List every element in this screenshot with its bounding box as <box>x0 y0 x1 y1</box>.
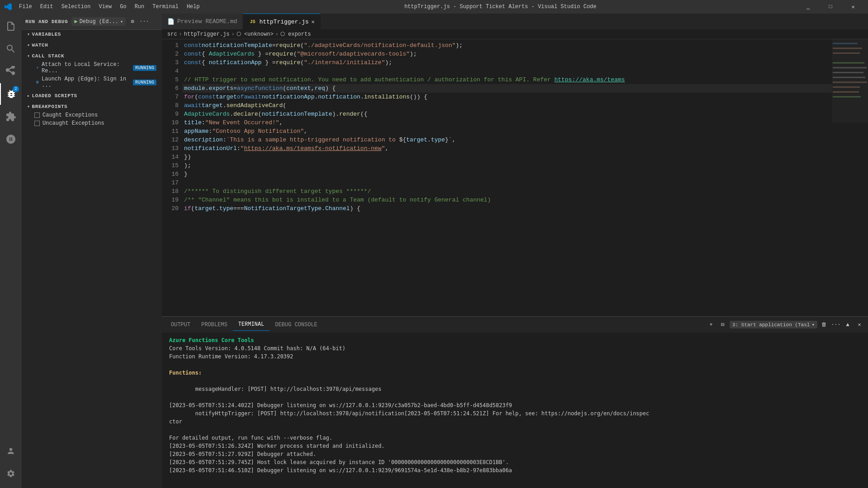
panel-tabs: OUTPUT PROBLEMS TERMINAL DEBUG CONSOLE +… <box>162 317 868 333</box>
running-badge-0: RUNNING <box>133 65 156 71</box>
menu-selection[interactable]: Selection <box>58 3 94 11</box>
bc-exports[interactable]: ⬡ exports <box>280 31 311 38</box>
breakpoints-header[interactable]: ▾ BREAKPOINTS <box>22 102 162 111</box>
code-line-5: // HTTP trigger to send notification. Yo… <box>182 75 832 84</box>
terminal-line-7: For detailed output, run func with --ver… <box>169 434 861 442</box>
breakpoints-section: ▾ BREAKPOINTS Caught Exceptions Uncaught… <box>22 102 162 488</box>
terminal-line-2: Function Runtime Version: 4.17.3.20392 <box>169 352 861 361</box>
breakpoint-caught[interactable]: Caught Exceptions <box>22 111 162 119</box>
code-content[interactable]: const notificationTemplate = require("./… <box>182 39 832 316</box>
settings-icon[interactable] <box>0 463 22 484</box>
debug-more-button[interactable]: ··· <box>139 17 149 27</box>
breakpoint-uncaught[interactable]: Uncaught Exceptions <box>22 119 162 127</box>
variables-header[interactable]: ▾ VARIABLES <box>22 30 162 39</box>
line-numbers: 12345 678910 1112131415 1617181920 <box>162 39 182 316</box>
menu-run[interactable]: Run <box>131 3 148 11</box>
tab-problems[interactable]: PROBLEMS <box>196 319 233 331</box>
call-stack-item-label-1: Launch App (Edge): Sign in ... <box>42 76 130 89</box>
trash-terminal-button[interactable]: 🗑 <box>819 320 829 330</box>
play-icon: ▶ <box>74 18 77 25</box>
tab-close-button[interactable]: ✕ <box>311 19 315 25</box>
terminal-line-5: [2023-05-05T07:51:24.402Z] Debugger list… <box>169 401 861 409</box>
maximize-button[interactable]: □ <box>820 0 841 14</box>
minimize-button[interactable]: ⎯ <box>797 0 818 14</box>
explorer-icon[interactable] <box>0 15 22 37</box>
terminal-line-6b: ctor <box>169 418 861 426</box>
bc-httptrigger[interactable]: httpTrigger.js <box>184 31 230 38</box>
watch-section: ▾ WATCH <box>22 39 162 52</box>
variables-section: ▾ VARIABLES <box>22 30 162 39</box>
debug-settings-button[interactable]: ⚙ <box>127 17 137 27</box>
terminal-line-blank-2 <box>169 377 861 385</box>
terminal-selector-label: 3: Start application (Tasl <box>732 322 810 328</box>
terminal-line-6: notifyHttpTrigger: [POST] http://localho… <box>169 409 861 418</box>
menu-go[interactable]: Go <box>116 3 130 11</box>
loaded-scripts-header[interactable]: ▸ LOADED SCRIPTS <box>22 91 162 100</box>
menu-edit[interactable]: Edit <box>37 3 57 11</box>
activity-bar-bottom <box>0 440 22 488</box>
uncaught-checkbox[interactable] <box>34 121 40 126</box>
terminal-content[interactable]: Azure Functions Core Tools Core Tools Ve… <box>162 333 868 488</box>
call-stack-chevron: ▾ <box>27 53 30 59</box>
tab-output[interactable]: OUTPUT <box>165 319 196 331</box>
tab-httptrigger[interactable]: JS httpTrigger.js ✕ <box>243 14 321 29</box>
search-icon[interactable] <box>0 38 22 60</box>
code-editor[interactable]: 12345 678910 1112131415 1617181920 const… <box>162 39 868 316</box>
editor-area: 📄 Preview README.md JS httpTrigger.js ✕ … <box>162 14 868 488</box>
window-title: httpTrigger.js - Support Ticket Alerts -… <box>404 4 596 10</box>
code-line-11: appName: "Contoso App Notification", <box>182 127 832 136</box>
debug-toolbar: RUN AND DEBUG ▶ Debug (Ed... ▾ ⚙ ··· <box>22 14 162 30</box>
debug-config-selector[interactable]: ▶ Debug (Ed... ▾ <box>71 17 126 26</box>
teams-icon[interactable] <box>0 128 22 150</box>
maximize-panel-button[interactable]: ▲ <box>843 320 853 330</box>
terminal-line-9: [2023-05-05T07:51:27.929Z] Debugger atta… <box>169 450 861 458</box>
title-bar: File Edit Selection View Go Run Terminal… <box>0 0 868 14</box>
tab-debug-console[interactable]: DEBUG CONSOLE <box>269 319 323 331</box>
menu-terminal[interactable]: Terminal <box>149 3 182 11</box>
terminal-line-1: Core Tools Version: 4.0.5148 Commit hash… <box>169 344 861 352</box>
window-controls: ⎯ □ ✕ <box>797 0 863 14</box>
code-line-17 <box>182 178 832 187</box>
watch-label: WATCH <box>32 42 48 48</box>
call-stack-item-1[interactable]: ⚙ Launch App (Edge): Sign in ... RUNNING <box>22 75 162 89</box>
add-terminal-button[interactable]: + <box>706 320 716 330</box>
breakpoints-chevron: ▾ <box>27 104 30 109</box>
bc-unknown[interactable]: ⬡ <unknown> <box>236 31 274 38</box>
terminal-line-0: Azure Functions Core Tools <box>169 336 861 344</box>
vscode-logo <box>5 3 12 10</box>
menu-file[interactable]: File <box>15 3 36 11</box>
terminal-selector[interactable]: 3: Start application (Tasl ▾ <box>730 321 817 328</box>
terminal-line-10: [2023-05-05T07:51:29.745Z] Host lock lea… <box>169 458 861 466</box>
code-line-3: const { notificationApp } = require("./i… <box>182 58 832 67</box>
terminal-line-3: Functions: <box>169 369 861 377</box>
main-layout: 2 RUN AND DEBUG ▶ Debug (Ed... ▾ ⚙ <box>0 14 868 488</box>
watch-header[interactable]: ▾ WATCH <box>22 41 162 50</box>
bc-src[interactable]: src <box>167 31 177 38</box>
split-terminal-button[interactable]: ⊟ <box>718 320 728 330</box>
tab-js-icon: JS <box>249 19 257 25</box>
debug-icon[interactable]: 2 <box>0 83 22 105</box>
breakpoints-label: BREAKPOINTS <box>32 104 68 109</box>
terminal-line-blank-4 <box>169 426 861 434</box>
minimap-canvas <box>832 39 868 316</box>
more-terminal-button[interactable]: ··· <box>831 320 841 330</box>
call-stack-header[interactable]: ▾ CALL STACK <box>22 52 162 61</box>
call-stack-item-icon-1: ⚙ <box>36 80 39 85</box>
menu-view[interactable]: View <box>95 3 115 11</box>
source-control-icon[interactable] <box>0 61 22 82</box>
terminal-line-8: [2023-05-05T07:51:26.324Z] Worker proces… <box>169 442 861 450</box>
account-icon[interactable] <box>0 440 22 462</box>
close-button[interactable]: ✕ <box>843 0 863 14</box>
tab-readme[interactable]: 📄 Preview README.md <box>162 14 243 29</box>
code-line-19: /** "Channel" means this bot is installe… <box>182 196 832 204</box>
call-stack-label: CALL STACK <box>32 53 65 59</box>
close-panel-button[interactable]: ✕ <box>854 320 864 330</box>
caught-checkbox[interactable] <box>34 113 40 118</box>
call-stack-item-icon-0: ⚡ <box>36 65 39 70</box>
call-stack-item-0[interactable]: ⚡ Attach to Local Service: Re... RUNNING <box>22 61 162 75</box>
terminal-selector-chevron: ▾ <box>811 322 815 328</box>
extensions-icon[interactable] <box>0 106 22 127</box>
code-line-10: title: "New Event Occurred!", <box>182 118 832 127</box>
tab-terminal[interactable]: TERMINAL <box>233 319 270 331</box>
menu-help[interactable]: Help <box>183 3 203 11</box>
